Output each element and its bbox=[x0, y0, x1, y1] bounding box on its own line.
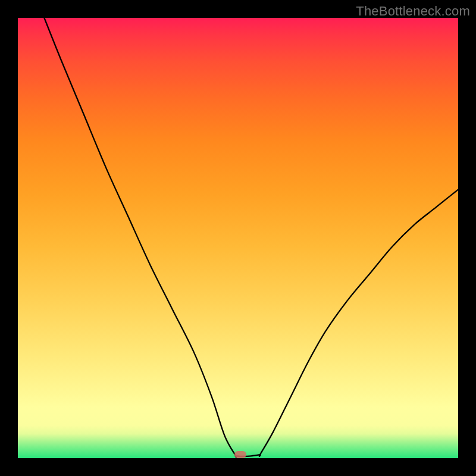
bottleneck-curve bbox=[18, 18, 458, 458]
chart-stage: TheBottleneck.com bbox=[0, 0, 476, 476]
curve-path bbox=[44, 18, 458, 458]
plot-area bbox=[18, 18, 458, 458]
optimum-marker bbox=[234, 451, 246, 458]
watermark-text: TheBottleneck.com bbox=[356, 4, 470, 19]
